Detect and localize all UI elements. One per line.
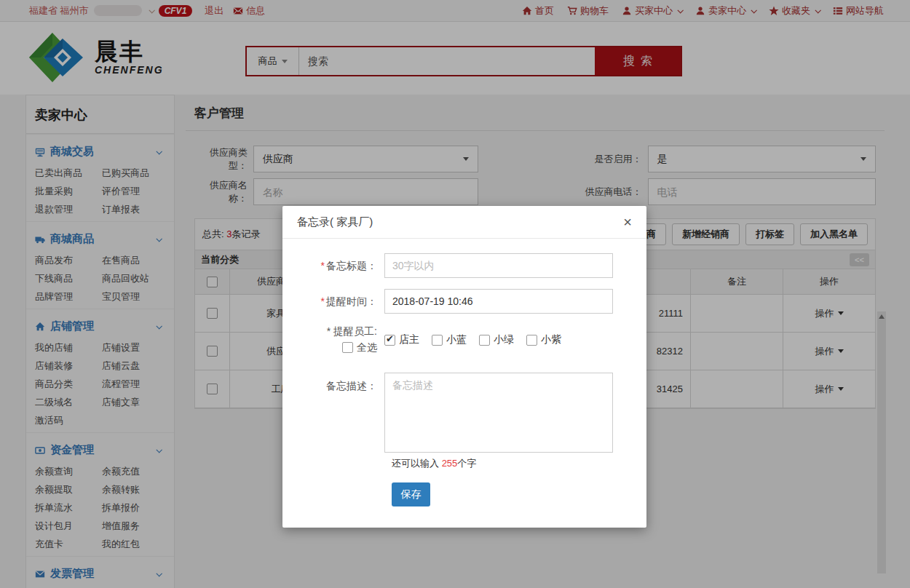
modal-title: 备忘录( 家具厂) [297, 215, 373, 229]
memo-modal: 备忘录( 家具厂) × *备忘标题： *提醒时间： * 提醒员工: 全选 店主 [282, 206, 646, 528]
staff-options: 店主 小蓝 小绿 小紫 [384, 325, 561, 354]
staff-option[interactable]: 小绿 [479, 333, 514, 346]
memo-title-input[interactable] [384, 253, 613, 278]
memo-desc-textarea[interactable] [384, 373, 613, 453]
select-all-staff-checkbox[interactable] [342, 342, 353, 353]
save-button[interactable]: 保存 [392, 482, 430, 506]
required-asterisk: * [321, 295, 325, 307]
staff-option[interactable]: 店主 [384, 333, 419, 346]
remind-time-label: *提醒时间： [282, 289, 384, 314]
memo-title-label: *备忘标题： [282, 253, 384, 278]
required-asterisk: * [327, 325, 333, 337]
staff-checkbox[interactable] [432, 335, 443, 346]
staff-checkbox[interactable] [526, 335, 537, 346]
char-counter: 还可以输入 255个字 [392, 457, 646, 470]
staff-option[interactable]: 小蓝 [432, 333, 467, 346]
close-icon[interactable]: × [623, 215, 632, 229]
required-asterisk: * [321, 260, 325, 271]
staff-option[interactable]: 小紫 [526, 333, 561, 346]
staff-checkbox[interactable] [479, 335, 490, 346]
select-all-staff[interactable]: 全选 [282, 341, 377, 354]
memo-desc-label: 备忘描述： [282, 373, 384, 453]
remind-staff-label: * 提醒员工: 全选 [282, 325, 384, 354]
remind-time-input[interactable] [384, 289, 613, 314]
staff-checkbox[interactable] [384, 335, 395, 346]
